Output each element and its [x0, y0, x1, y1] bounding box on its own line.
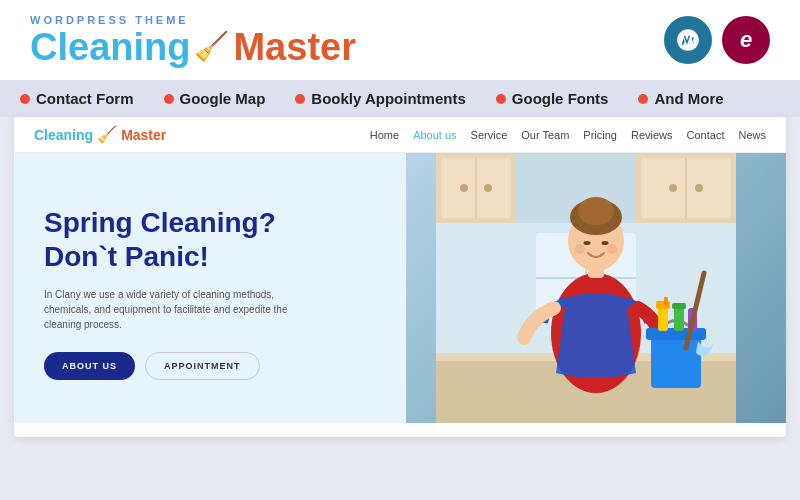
feature-dot-map	[164, 94, 174, 104]
svg-rect-32	[672, 303, 686, 309]
top-header: WordPress Theme Cleaning 🧹 Master e	[0, 0, 800, 80]
elementor-e-label: e	[740, 27, 752, 53]
logo-master-text: Master	[233, 28, 356, 66]
svg-rect-26	[651, 333, 701, 388]
main-logo: Cleaning 🧹 Master	[30, 28, 356, 66]
feature-contact-form: Contact Form	[20, 90, 134, 107]
nav-link-contact[interactable]: Contact	[687, 129, 725, 141]
svg-point-25	[607, 244, 617, 254]
feature-dot-contact	[20, 94, 30, 104]
logo-icon: 🧹	[194, 33, 229, 61]
feature-bookly: Bookly Appointments	[295, 90, 465, 107]
wordpress-label: WordPress Theme	[30, 14, 356, 26]
feature-label-map: Google Map	[180, 90, 266, 107]
hero-person-illustration	[406, 153, 766, 423]
feature-google-map: Google Map	[164, 90, 266, 107]
feature-and-more: And More	[638, 90, 723, 107]
hero-right	[406, 153, 786, 423]
demo-wrapper: Cleaning 🧹 Master Home About us Service …	[14, 117, 786, 437]
hero-description: In Clany we use a wide variety of cleani…	[44, 287, 324, 332]
hero-left: Spring Cleaning? Don`t Panic! In Clany w…	[14, 153, 384, 423]
nav-link-service[interactable]: Service	[471, 129, 508, 141]
wordpress-icon-button[interactable]	[664, 16, 712, 64]
svg-point-10	[695, 184, 703, 192]
svg-point-24	[575, 244, 585, 254]
hero-title-line2: Don`t Panic!	[44, 241, 209, 272]
feature-dot-fonts	[496, 94, 506, 104]
demo-nav-links: Home About us Service Our Team Pricing R…	[370, 129, 766, 141]
nav-link-about[interactable]: About us	[413, 129, 456, 141]
nav-link-home[interactable]: Home	[370, 129, 399, 141]
demo-logo-cleaning: Cleaning	[34, 127, 93, 143]
svg-point-23	[602, 241, 609, 245]
feature-label-more: And More	[654, 90, 723, 107]
wordpress-icon	[675, 27, 701, 53]
demo-logo: Cleaning 🧹 Master	[34, 125, 166, 144]
nav-link-pricing[interactable]: Pricing	[583, 129, 617, 141]
logo-area: WordPress Theme Cleaning 🧹 Master	[30, 14, 356, 66]
svg-rect-30	[664, 297, 668, 305]
feature-label-contact: Contact Form	[36, 90, 134, 107]
appointment-button[interactable]: APPOINTMENT	[145, 352, 260, 380]
svg-point-4	[460, 184, 468, 192]
svg-point-21	[578, 197, 614, 225]
demo-hero: Spring Cleaning? Don`t Panic! In Clany w…	[14, 153, 786, 423]
nav-link-news[interactable]: News	[738, 129, 766, 141]
demo-nav: Cleaning 🧹 Master Home About us Service …	[14, 117, 786, 153]
hero-title: Spring Cleaning? Don`t Panic!	[44, 206, 354, 273]
nav-link-reviews[interactable]: Reviews	[631, 129, 673, 141]
nav-link-team[interactable]: Our Team	[521, 129, 569, 141]
svg-point-9	[669, 184, 677, 192]
about-us-button[interactable]: ABOUT US	[44, 352, 135, 380]
svg-point-5	[484, 184, 492, 192]
svg-point-22	[584, 241, 591, 245]
feature-bar: Contact Form Google Map Bookly Appointme…	[0, 80, 800, 117]
hero-buttons: ABOUT US APPOINTMENT	[44, 352, 354, 380]
demo-logo-icon: 🧹	[97, 125, 117, 144]
elementor-icon-button[interactable]: e	[722, 16, 770, 64]
header-icons: e	[664, 16, 770, 64]
feature-google-fonts: Google Fonts	[496, 90, 609, 107]
feature-label-bookly: Bookly Appointments	[311, 90, 465, 107]
demo-logo-master: Master	[121, 127, 166, 143]
logo-cleaning-text: Cleaning	[30, 28, 190, 66]
feature-dot-more	[638, 94, 648, 104]
feature-dot-bookly	[295, 94, 305, 104]
feature-label-fonts: Google Fonts	[512, 90, 609, 107]
hero-title-line1: Spring Cleaning?	[44, 207, 276, 238]
